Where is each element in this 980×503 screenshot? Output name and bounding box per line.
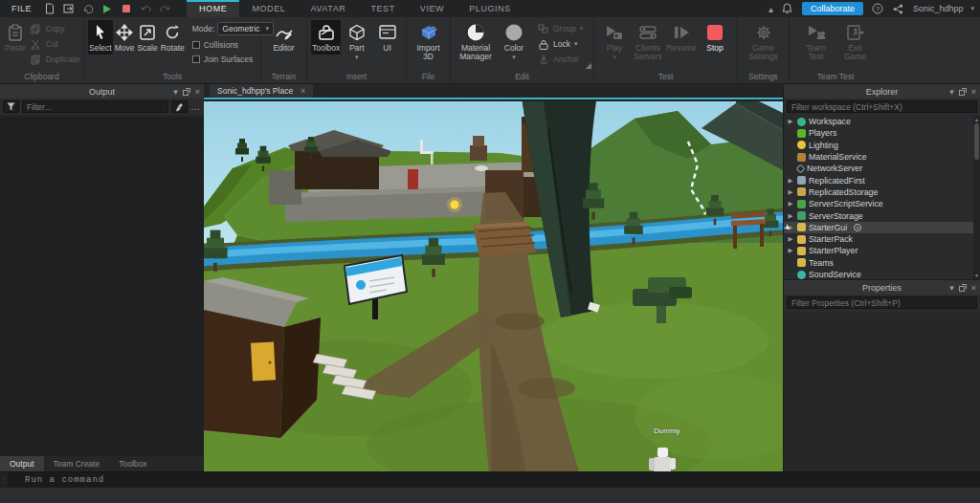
copy-button[interactable]: Copy [28,22,81,35]
clear-output-broom-icon[interactable] [171,100,188,113]
resume-button[interactable]: Resume [665,20,698,55]
explorer-item-soundservice[interactable]: SoundService [784,269,973,279]
output-popout-icon[interactable] [183,88,190,96]
team-test-button[interactable]: Team Test [797,20,835,63]
add-instance-icon[interactable]: + [854,224,861,231]
play-test-icon [605,22,624,43]
explorer-item-teams[interactable]: Teams [784,257,973,269]
scroll-up-icon[interactable]: ▲ [973,117,980,122]
explorer-item-networkserver[interactable]: NetworkServer [784,163,973,174]
move-tool-button[interactable]: Move [114,20,136,55]
duplicate-button[interactable]: Duplicate [28,53,81,66]
undo-icon[interactable] [139,3,152,15]
expand-arrow-icon[interactable]: ▶ [787,200,794,208]
collaborate-button[interactable]: Collaborate [802,2,863,15]
notifications-bell-icon[interactable] [781,3,794,15]
ribbon-tab-avatar[interactable]: AVATAR [298,0,358,17]
explorer-item-replicatedfirst[interactable]: ▶ReplicatedFirst [784,174,973,186]
lock-button[interactable]: Lock▾ [535,37,585,51]
explorer-item-serverstorage[interactable]: ▶ServerStorage [784,209,973,221]
game-settings-button[interactable]: Game Settings [743,20,785,63]
toolbox-button[interactable]: Toolbox [311,20,341,55]
username-caret-icon[interactable]: ▾ [970,5,974,12]
properties-popout-icon[interactable] [959,284,967,292]
expand-arrow-icon[interactable]: ▶ [787,235,794,243]
ribbon-tab-home[interactable]: HOME [187,0,239,17]
ribbon-tab-view[interactable]: VIEW [408,0,457,17]
paste-button[interactable]: Paste [4,20,27,55]
explorer-item-replicatedstorage[interactable]: ▶ReplicatedStorage [784,186,973,198]
explorer-item-starterplayer[interactable]: ▶StarterPlayer [784,245,973,256]
exit-game-button[interactable]: Exit Game [836,20,875,63]
explorer-item-starterpack[interactable]: ▶StarterPack [784,233,973,245]
command-input[interactable] [8,475,980,485]
explorer-item-serverscriptservice[interactable]: ▶ServerScriptService [784,198,973,209]
output-collapse-icon[interactable]: ▾ [173,87,178,97]
expand-arrow-icon[interactable]: ▶ [787,247,794,254]
scale-tool-button[interactable]: Scale [136,20,158,55]
part-button[interactable]: Part▾ [342,20,371,63]
share-icon[interactable] [892,3,905,15]
explorer-collapse-icon[interactable]: ▾ [949,87,954,97]
stop-icon[interactable] [120,3,133,15]
clients-servers-button[interactable]: Clients Servers [632,20,664,63]
explorer-popout-icon[interactable] [959,88,967,96]
anchor-button[interactable]: Anchor [535,53,585,66]
play-icon[interactable] [100,3,114,15]
properties-content [784,313,980,471]
ribbon-tab-test[interactable]: TEST [358,0,407,17]
expand-arrow-icon[interactable]: ▶ [787,177,794,185]
import-3d-button[interactable]: Import 3D [412,20,445,63]
file-menu[interactable]: FILE [6,4,37,13]
game-3d-scene[interactable]: Dummy [204,101,783,471]
output-filter-input[interactable] [22,100,168,113]
terrain-editor-button[interactable]: Editor [268,20,301,55]
expand-arrow-icon[interactable]: ▶ [787,118,794,125]
ui-button[interactable]: UI [372,20,402,55]
output-filter-funnel-icon[interactable] [3,100,19,113]
open-icon[interactable] [62,3,76,15]
properties-collapse-icon[interactable]: ▾ [949,283,954,293]
explorer-item-startergui[interactable]: ▶StarterGui+➤ [784,222,973,233]
output-more-icon[interactable]: … [190,101,201,112]
redo-icon[interactable] [158,3,171,15]
place-tab[interactable]: Sonic_hdhpp's Place × [210,84,313,98]
dock-tab-output[interactable]: Output [0,456,44,471]
properties-close-icon[interactable]: × [971,283,976,293]
color-button[interactable]: Color▾ [498,20,530,63]
expand-arrow-icon[interactable]: ▶ [787,212,794,220]
explorer-close-icon[interactable]: × [971,87,976,97]
explorer-item-materialservice[interactable]: MaterialService [784,151,973,163]
new-file-icon[interactable] [43,3,56,15]
command-bar-grip[interactable]: ⋮ [0,472,8,488]
explorer-filter-input[interactable] [787,100,977,113]
place-tab-close-icon[interactable]: × [301,86,305,96]
select-tool-button[interactable]: Select [88,20,113,55]
explorer-item-players[interactable]: Players [784,127,973,139]
explorer-item-workspace[interactable]: ▶Workspace [784,116,973,127]
material-manager-button[interactable]: Material Manager [455,20,497,63]
play-test-button[interactable]: Play▾ [598,20,631,63]
ribbon-tab-model[interactable]: MODEL [239,0,298,17]
explorer-item-lighting[interactable]: Lighting [784,140,973,151]
cut-button[interactable]: Cut [28,37,81,51]
explorer-scrollbar[interactable]: ▲ ▼ [973,116,980,279]
explorer-panel: Explorer ▾ × ▶WorkspacePlayersLightingMa… [783,84,980,279]
collapse-ribbon-icon[interactable]: ▴ [768,4,773,14]
rotate-tool-button[interactable]: Rotate [160,20,186,55]
group-button[interactable]: Group▾ [535,22,585,35]
help-icon[interactable]: ? [871,3,884,15]
ribbon-tab-plugins[interactable]: PLUGINS [457,0,523,17]
output-log[interactable] [0,117,204,455]
stop-test-button[interactable]: Stop [699,20,731,55]
explorer-scroll-thumb[interactable] [974,123,979,160]
scroll-down-icon[interactable]: ▼ [973,273,980,278]
expand-arrow-icon[interactable]: ▶ [787,188,794,196]
properties-filter-input[interactable] [787,296,977,309]
edit-expand-icon[interactable]: ◢ [586,61,591,70]
dock-tab-toolbox[interactable]: Toolbox [109,456,156,471]
dock-tab-team-create[interactable]: Team Create [44,456,110,471]
save-icon[interactable] [81,3,95,15]
username[interactable]: Sonic_hdhpp [913,4,964,13]
output-close-icon[interactable]: × [195,87,200,97]
